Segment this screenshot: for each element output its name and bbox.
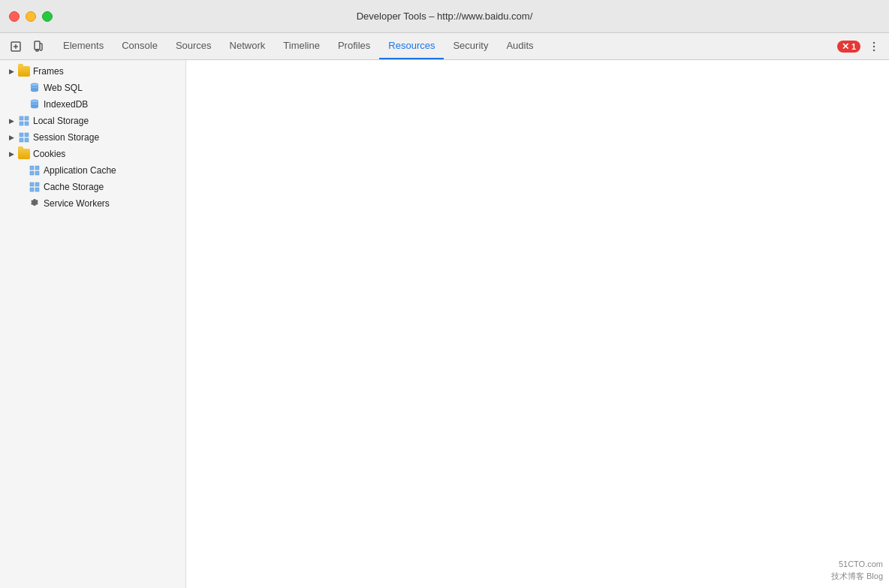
expand-arrow-frames[interactable] (6, 66, 17, 77)
svg-rect-17 (25, 116, 29, 120)
watermark-line1: 51CTO.com (831, 559, 883, 570)
sidebar-label-sessionstorage: Session Storage (33, 132, 99, 143)
grid-icon-cachestorage (29, 181, 41, 193)
tab-timeline[interactable]: Timeline (274, 33, 329, 59)
grid-icon-localstorage (18, 115, 30, 127)
svg-rect-16 (20, 116, 23, 120)
sidebar-label-indexeddb: IndexedDB (44, 99, 88, 110)
toolbar-icons (6, 37, 48, 56)
toolbar: ElementsConsoleSourcesNetworkTimelinePro… (0, 33, 889, 60)
tab-profiles[interactable]: Profiles (329, 33, 379, 59)
main-panel (186, 60, 889, 588)
svg-rect-29 (35, 182, 39, 186)
inspect-icon[interactable] (6, 37, 26, 56)
watermark-line2: 技术博客 Blog (831, 571, 883, 582)
sidebar-item-cookies[interactable]: Cookies (0, 146, 185, 162)
more-options-button[interactable] (865, 38, 883, 56)
sidebar-item-localstorage[interactable]: Local Storage (0, 113, 185, 129)
svg-rect-25 (35, 166, 39, 170)
main-content: Frames Web SQL IndexedDB Local Storage S… (0, 60, 889, 588)
error-badge[interactable]: ✕ 1 (837, 41, 860, 53)
svg-point-4 (873, 45, 875, 47)
watermark: 51CTO.com 技术博客 Blog (831, 559, 883, 582)
traffic-lights (9, 11, 53, 22)
sidebar: Frames Web SQL IndexedDB Local Storage S… (0, 60, 186, 588)
sidebar-item-cachestorage[interactable]: Cache Storage (0, 179, 185, 195)
svg-rect-26 (30, 171, 34, 175)
sidebar-item-serviceworkers[interactable]: Service Workers (0, 195, 185, 212)
svg-rect-19 (25, 122, 29, 125)
tab-console[interactable]: Console (113, 33, 167, 59)
grid-icon-sessionstorage (18, 131, 30, 143)
svg-rect-30 (30, 188, 34, 191)
expand-arrow-cookies[interactable] (6, 149, 17, 159)
tab-bar: ElementsConsoleSourcesNetworkTimelinePro… (54, 33, 837, 59)
toolbar-right: ✕ 1 (837, 38, 883, 56)
sidebar-label-frames: Frames (33, 66, 64, 77)
tab-security[interactable]: Security (444, 33, 497, 59)
folder-icon-frames (18, 65, 30, 77)
tab-network[interactable]: Network (221, 33, 275, 59)
tab-resources[interactable]: Resources (379, 33, 444, 59)
device-icon[interactable] (29, 37, 48, 56)
svg-rect-23 (25, 138, 29, 142)
svg-rect-28 (30, 182, 34, 186)
svg-rect-18 (20, 122, 23, 125)
sidebar-label-websql: Web SQL (44, 83, 83, 93)
title-bar: Developer Tools – http://www.baidu.com/ (0, 0, 889, 33)
db-icon-indexeddb (29, 98, 41, 110)
sidebar-item-frames[interactable]: Frames (0, 63, 185, 80)
svg-rect-22 (20, 138, 23, 142)
sidebar-item-sessionstorage[interactable]: Session Storage (0, 129, 185, 146)
sidebar-label-localstorage: Local Storage (33, 116, 89, 126)
db-icon-websql (29, 82, 41, 94)
tab-elements[interactable]: Elements (54, 33, 113, 59)
svg-rect-27 (35, 171, 39, 175)
sidebar-item-appcache[interactable]: Application Cache (0, 162, 185, 179)
sidebar-item-websql[interactable]: Web SQL (0, 80, 185, 96)
sidebar-item-indexeddb[interactable]: IndexedDB (0, 96, 185, 113)
minimize-button[interactable] (26, 11, 36, 22)
sidebar-label-appcache: Application Cache (44, 165, 116, 176)
expand-arrow-localstorage[interactable] (6, 116, 17, 126)
gear-icon-serviceworkers (29, 198, 41, 210)
tab-sources[interactable]: Sources (167, 33, 221, 59)
grid-icon-appcache (29, 164, 41, 176)
svg-rect-1 (35, 41, 40, 50)
sidebar-label-cachestorage: Cache Storage (44, 182, 104, 192)
error-icon: ✕ (842, 41, 849, 52)
svg-rect-21 (25, 133, 29, 137)
folder-icon-cookies (18, 148, 30, 160)
svg-point-3 (873, 41, 875, 43)
svg-rect-2 (36, 50, 38, 51)
close-button[interactable] (9, 11, 20, 22)
sidebar-label-cookies: Cookies (33, 149, 65, 159)
error-count: 1 (851, 42, 856, 51)
window-title: Developer Tools – http://www.baidu.com/ (357, 11, 533, 22)
svg-rect-31 (35, 188, 39, 191)
tab-audits[interactable]: Audits (497, 33, 542, 59)
svg-rect-20 (20, 133, 23, 137)
svg-point-5 (873, 49, 875, 50)
maximize-button[interactable] (42, 11, 53, 22)
svg-rect-24 (30, 166, 34, 170)
sidebar-label-serviceworkers: Service Workers (44, 198, 110, 209)
expand-arrow-sessionstorage[interactable] (6, 132, 17, 143)
